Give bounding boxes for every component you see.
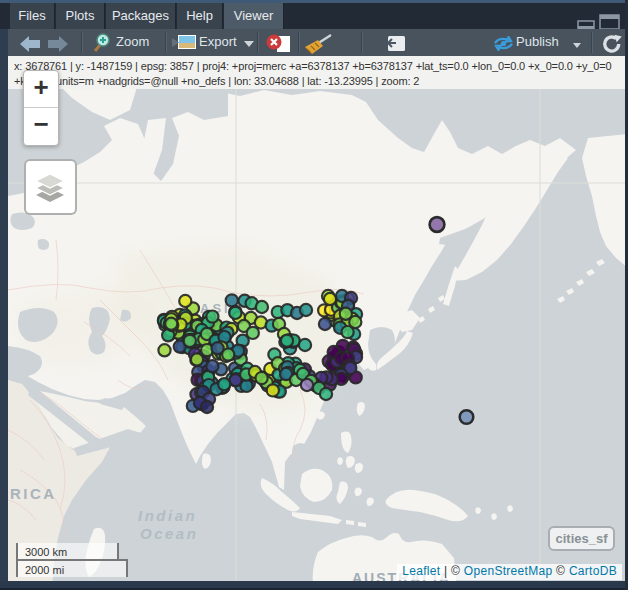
- svg-text:RICA: RICA: [10, 485, 57, 502]
- svg-text:Ocean: Ocean: [140, 525, 198, 542]
- svg-text:Indian: Indian: [138, 507, 197, 524]
